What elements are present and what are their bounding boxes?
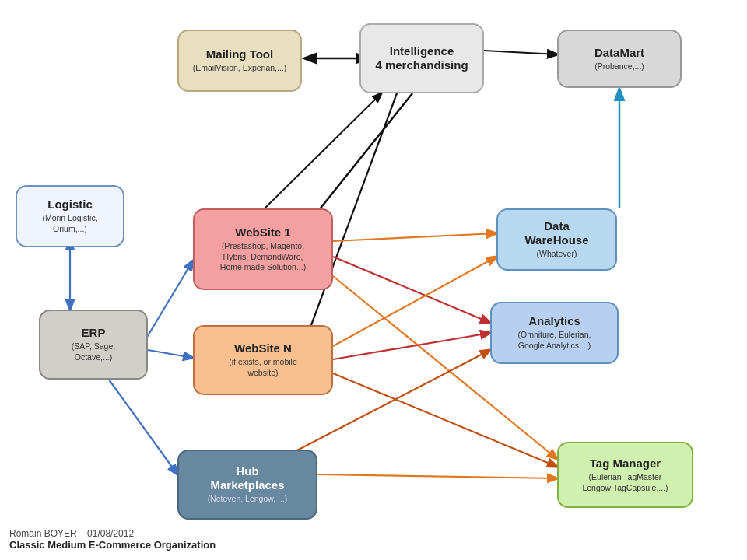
mailing-title: Mailing Tool — [206, 47, 273, 61]
website1-subtitle: (Prestashop, Magento,Hybris, DemandWare,… — [220, 241, 306, 273]
svg-line-8 — [333, 257, 490, 323]
svg-line-17 — [265, 93, 381, 208]
datamart-subtitle: (Probance,...) — [594, 61, 644, 72]
mailing-subtitle: (EmailVision, Experian,...) — [193, 63, 287, 74]
node-tagmanager: Tag Manager (Eulerian TagMasterLengow Ta… — [557, 442, 693, 508]
node-website1: WebSite 1 (Prestashop, Magento,Hybris, D… — [193, 208, 333, 290]
node-mailing: Mailing Tool (EmailVision, Experian,...) — [177, 30, 302, 92]
node-erp: ERP (SAP, Sage,Octave,...) — [39, 310, 148, 380]
svg-line-6 — [109, 380, 177, 474]
website1-title: WebSite 1 — [235, 226, 290, 240]
svg-line-3 — [146, 261, 193, 338]
diagram-container: Mailing Tool (EmailVision, Experian,...)… — [0, 0, 747, 560]
node-websiten: WebSite N (if exists, or mobilewebsite) — [193, 325, 333, 395]
hub-title: HubMarketplaces — [210, 464, 284, 492]
node-hub: HubMarketplaces (Neteven, Lengow, ...) — [177, 450, 317, 520]
logistic-title: Logistic — [47, 198, 93, 212]
node-dwh: DataWareHouse (Whatever) — [496, 208, 617, 271]
logistic-subtitle: (Morin Logistic,Orium,...) — [42, 213, 97, 234]
node-intelligence: Intelligence4 merchandising — [359, 23, 484, 93]
svg-line-7 — [333, 233, 496, 241]
footer-author: Romain BOYER – 01/08/2012 — [9, 528, 216, 539]
hub-subtitle: (Neteven, Lengow, ...) — [208, 494, 288, 505]
tagmanager-title: Tag Manager — [590, 457, 661, 471]
footer: Romain BOYER – 01/08/2012 Classic Medium… — [9, 528, 216, 551]
svg-line-16 — [484, 51, 557, 54]
svg-line-4 — [148, 350, 193, 358]
analytics-subtitle: (Omniture, Eulerian,Google Analytics,...… — [518, 330, 591, 351]
node-analytics: Analytics (Omniture, Eulerian,Google Ana… — [490, 302, 619, 364]
svg-line-13 — [317, 474, 557, 478]
websiten-title: WebSite N — [234, 341, 292, 355]
websiten-subtitle: (if exists, or mobilewebsite) — [229, 357, 297, 378]
erp-title: ERP — [82, 326, 106, 340]
erp-subtitle: (SAP, Sage,Octave,...) — [72, 341, 115, 362]
datamart-title: DataMart — [594, 46, 644, 60]
node-logistic: Logistic (Morin Logistic,Orium,...) — [16, 185, 124, 247]
node-datamart: DataMart (Probance,...) — [557, 30, 682, 88]
svg-line-10 — [333, 257, 496, 346]
dwh-title: DataWareHouse — [525, 219, 589, 247]
tagmanager-subtitle: (Eulerian TagMasterLengow TagCapsule,...… — [582, 472, 668, 493]
intelligence-title: Intelligence4 merchandising — [375, 44, 468, 72]
svg-line-11 — [333, 333, 490, 359]
dwh-subtitle: (Whatever) — [537, 249, 577, 260]
analytics-title: Analytics — [528, 314, 580, 328]
svg-line-12 — [333, 373, 557, 467]
footer-title: Classic Medium E-Commerce Organization — [9, 539, 216, 551]
